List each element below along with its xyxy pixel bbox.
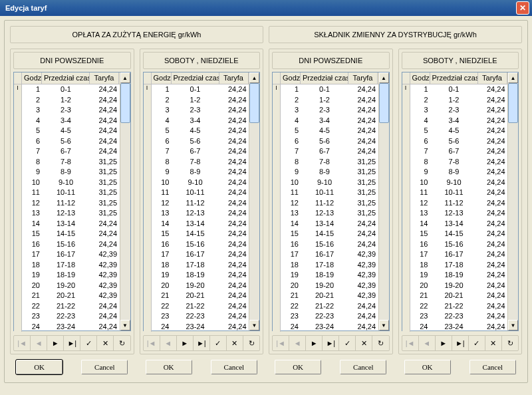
table-row[interactable]: 1514-1524,24 (402, 229, 508, 239)
table-row[interactable]: 2221-2224,24 (402, 301, 508, 312)
cell-godz[interactable]: 2 (22, 95, 42, 106)
nav-last-icon[interactable]: ►| (64, 336, 80, 350)
cell-godz[interactable]: 17 (152, 249, 172, 260)
table-row[interactable]: 2423-2424,24 (402, 322, 508, 332)
cell-godz[interactable]: 11 (410, 188, 430, 198)
cell-taryfa[interactable]: 24,24 (219, 229, 249, 239)
table-row[interactable]: 2019-2042,39 (273, 281, 378, 291)
scroll-track[interactable] (379, 83, 389, 320)
ok-button[interactable]: OK (404, 360, 451, 374)
cell-przedzial[interactable]: 19-20 (42, 281, 90, 291)
cell-przedzial[interactable]: 3-4 (430, 116, 478, 126)
col-header-godz[interactable]: Godz (410, 72, 430, 84)
cell-godz[interactable]: 18 (22, 260, 42, 271)
cell-taryfa[interactable]: 24,24 (348, 322, 378, 332)
cell-taryfa[interactable]: 24,24 (90, 105, 119, 116)
table-row[interactable]: 65-624,24 (14, 136, 120, 147)
scroll-thumb[interactable] (508, 83, 518, 123)
table-row[interactable]: 1211-1224,24 (144, 198, 249, 209)
table-row[interactable]: 65-624,24 (402, 136, 508, 147)
cell-przedzial[interactable]: 8-9 (301, 167, 348, 178)
cell-przedzial[interactable]: 10-11 (301, 188, 348, 198)
cell-godz[interactable]: 12 (22, 198, 42, 209)
table-row[interactable]: 21-224,24 (273, 95, 378, 106)
cell-przedzial[interactable]: 10-11 (172, 188, 219, 198)
cell-godz[interactable]: 6 (410, 136, 430, 147)
cell-taryfa[interactable]: 24,24 (478, 146, 507, 157)
nav-prev-icon[interactable]: ◄ (419, 336, 436, 350)
nav-next-icon[interactable]: ► (177, 336, 194, 350)
cell-przedzial[interactable]: 23-24 (42, 322, 90, 332)
cell-przedzial[interactable]: 12-13 (42, 208, 90, 219)
scroll-down-icon[interactable]: ▼ (379, 320, 389, 330)
cell-godz[interactable]: 1 (281, 84, 301, 95)
cell-taryfa[interactable]: 24,24 (219, 208, 249, 219)
cell-godz[interactable]: 2 (410, 95, 430, 106)
cell-godz[interactable]: 4 (281, 116, 301, 126)
cell-godz[interactable]: 19 (152, 270, 172, 281)
cell-przedzial[interactable]: 0-1 (301, 84, 348, 95)
cell-godz[interactable]: 11 (152, 188, 172, 198)
cell-taryfa[interactable]: 24,24 (478, 239, 507, 250)
table-row[interactable]: 1817-1824,24 (402, 260, 508, 271)
cell-godz[interactable]: 23 (152, 311, 172, 322)
cell-taryfa[interactable]: 42,39 (90, 281, 119, 291)
cell-godz[interactable]: 10 (281, 178, 301, 188)
cell-godz[interactable]: 16 (410, 239, 430, 250)
table-row[interactable]: 1615-1624,24 (273, 239, 378, 250)
nav-post-icon[interactable]: ✓ (80, 336, 97, 350)
grid[interactable]: GodzPrzedział czasuTaryfaI10-124,2421-22… (13, 72, 131, 331)
cell-taryfa[interactable]: 24,24 (90, 239, 119, 250)
table-row[interactable]: 1312-1331,25 (14, 208, 120, 219)
cell-godz[interactable]: 2 (281, 95, 301, 106)
table-row[interactable]: 1918-1924,24 (144, 270, 249, 281)
cell-taryfa[interactable]: 24,24 (478, 281, 507, 291)
cell-taryfa[interactable]: 24,24 (90, 116, 119, 126)
cell-godz[interactable]: 24 (22, 322, 42, 332)
cell-przedzial[interactable]: 11-12 (301, 198, 348, 209)
cell-godz[interactable]: 4 (410, 116, 430, 126)
table-row[interactable]: 2120-2142,39 (273, 291, 378, 301)
cell-przedzial[interactable]: 11-12 (172, 198, 219, 209)
cell-taryfa[interactable]: 24,24 (219, 270, 249, 281)
table-row[interactable]: 65-624,24 (273, 136, 378, 147)
cell-godz[interactable]: 13 (152, 208, 172, 219)
cell-taryfa[interactable]: 24,24 (348, 116, 378, 126)
cell-taryfa[interactable]: 24,24 (478, 95, 507, 106)
cell-taryfa[interactable]: 31,25 (90, 188, 119, 198)
nav-refresh-icon[interactable]: ↻ (372, 336, 388, 350)
table-row[interactable]: 2423-2424,24 (144, 322, 249, 332)
cell-godz[interactable]: 17 (281, 249, 301, 260)
cell-przedzial[interactable]: 2-3 (430, 105, 478, 116)
table-row[interactable]: 87-831,25 (14, 157, 120, 168)
nav-cancel-icon[interactable]: ✕ (485, 336, 502, 350)
col-header-przedzial[interactable]: Przedział czasu (301, 72, 348, 84)
cell-taryfa[interactable]: 24,24 (90, 136, 119, 147)
cell-przedzial[interactable]: 13-14 (172, 219, 219, 229)
scroll-track[interactable] (508, 83, 518, 320)
scroll-up-icon[interactable]: ▲ (120, 72, 130, 83)
nav-last-icon[interactable]: ►| (323, 336, 339, 350)
cell-przedzial[interactable]: 18-19 (430, 270, 478, 281)
cell-taryfa[interactable]: 24,24 (478, 84, 507, 95)
scroll-down-icon[interactable]: ▼ (508, 320, 518, 330)
cell-przedzial[interactable]: 14-15 (42, 229, 90, 239)
cell-godz[interactable]: 24 (152, 322, 172, 332)
cell-przedzial[interactable]: 2-3 (172, 105, 219, 116)
cell-przedzial[interactable]: 13-14 (430, 219, 478, 229)
cell-godz[interactable]: 14 (410, 219, 430, 229)
cell-przedzial[interactable]: 15-16 (172, 239, 219, 250)
table-row[interactable]: 87-831,25 (273, 157, 378, 168)
nav-refresh-icon[interactable]: ↻ (243, 336, 259, 350)
cell-taryfa[interactable]: 24,24 (348, 229, 378, 239)
table-row[interactable]: 1413-1424,24 (14, 219, 120, 229)
table-row[interactable]: 1110-1124,24 (402, 188, 508, 198)
table-row[interactable]: 1211-1224,24 (402, 198, 508, 209)
cell-godz[interactable]: 23 (281, 311, 301, 322)
cell-przedzial[interactable]: 10-11 (430, 188, 478, 198)
cell-taryfa[interactable]: 24,24 (219, 311, 249, 322)
cell-godz[interactable]: 21 (152, 291, 172, 301)
cell-godz[interactable]: 12 (410, 198, 430, 209)
table-row[interactable]: 65-624,24 (144, 136, 249, 147)
table-row[interactable]: 98-931,25 (273, 167, 378, 178)
